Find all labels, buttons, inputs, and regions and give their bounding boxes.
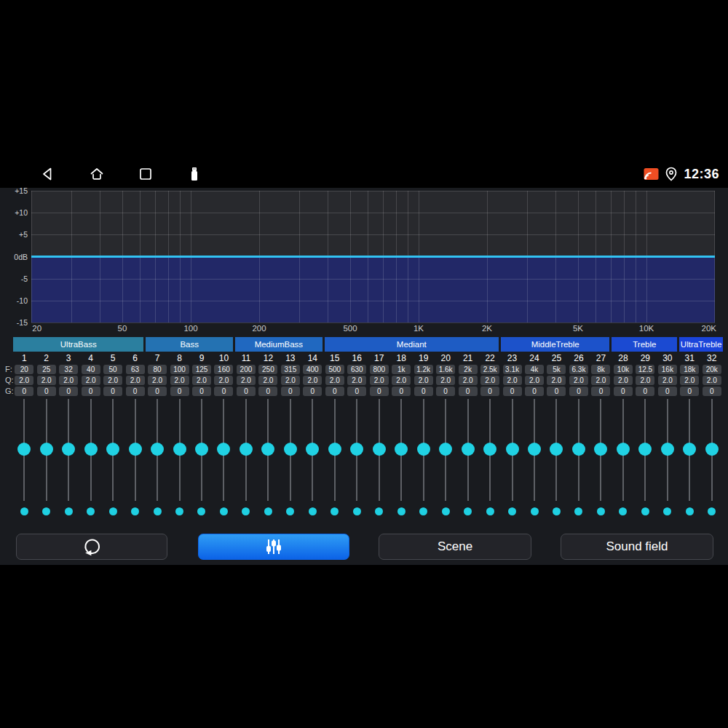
gain-slider[interactable] [568,397,590,502]
slider-knob[interactable] [62,443,75,456]
q-chip[interactable]: 2.0 [214,376,233,385]
gain-chip[interactable]: 0 [303,387,322,396]
frequency-chip[interactable]: 250 [258,365,277,374]
q-chip[interactable]: 2.0 [614,376,633,385]
slider-knob[interactable] [550,443,563,456]
frequency-chip[interactable]: 20 [15,365,33,374]
frequency-chip[interactable]: 630 [347,365,366,374]
q-chip[interactable]: 2.0 [680,376,699,385]
frequency-chip[interactable]: 800 [370,365,389,374]
gain-slider[interactable] [612,397,634,502]
slider-knob[interactable] [195,443,208,456]
q-chip[interactable]: 2.0 [392,376,411,385]
scene-button[interactable]: Scene [379,534,531,560]
slider-knob[interactable] [683,443,696,456]
q-chip[interactable]: 2.0 [281,376,300,385]
gain-slider[interactable] [390,397,412,502]
slider-knob[interactable] [284,443,297,456]
gain-slider[interactable] [301,397,323,502]
gain-chip[interactable]: 0 [347,387,366,396]
gain-slider[interactable] [501,397,523,502]
gain-chip[interactable]: 0 [370,387,389,396]
gain-slider[interactable] [324,397,346,502]
gain-chip[interactable]: 0 [37,387,56,396]
q-chip[interactable]: 2.0 [59,376,78,385]
slider-knob[interactable] [217,443,230,456]
gain-chip[interactable]: 0 [170,387,189,396]
slider-knob[interactable] [106,443,119,456]
gain-slider[interactable] [35,397,57,502]
q-chip[interactable]: 2.0 [703,376,721,385]
slider-knob[interactable] [638,443,652,456]
gain-slider[interactable] [701,397,723,502]
slider-knob[interactable] [17,443,31,456]
slider-knob[interactable] [483,443,496,456]
slider-knob[interactable] [306,443,319,456]
slider-knob[interactable] [173,443,186,456]
gain-chip[interactable]: 0 [148,387,167,396]
slider-knob[interactable] [594,443,607,456]
q-chip[interactable]: 2.0 [148,376,167,385]
gain-chip[interactable]: 0 [525,387,544,396]
gain-slider[interactable] [456,397,478,502]
slider-knob[interactable] [40,443,53,456]
gain-chip[interactable]: 0 [459,387,478,396]
gain-slider[interactable] [523,397,545,502]
slider-knob[interactable] [84,443,98,456]
q-chip[interactable]: 2.0 [325,376,344,385]
frequency-chip[interactable]: 16k [658,365,677,374]
gain-chip[interactable]: 0 [281,387,300,396]
slider-knob[interactable] [129,443,142,456]
frequency-chip[interactable]: 1k [392,365,411,374]
gain-slider[interactable] [412,397,434,502]
q-chip[interactable]: 2.0 [170,376,189,385]
gain-chip[interactable]: 0 [503,387,522,396]
frequency-chip[interactable]: 4k [525,365,544,374]
gain-chip[interactable]: 0 [636,387,654,396]
gain-chip[interactable]: 0 [237,387,256,396]
frequency-chip[interactable]: 315 [281,365,300,374]
q-chip[interactable]: 2.0 [370,376,389,385]
gain-slider[interactable] [102,397,124,502]
frequency-chip[interactable]: 63 [126,365,145,374]
gain-chip[interactable]: 0 [591,387,610,396]
gain-chip[interactable]: 0 [59,387,78,396]
frequency-chip[interactable]: 8k [591,365,610,374]
gain-chip[interactable]: 0 [480,387,499,396]
gain-chip[interactable]: 0 [126,387,145,396]
gain-slider[interactable] [368,397,390,502]
gain-slider[interactable] [634,397,656,502]
slider-knob[interactable] [350,443,363,456]
q-chip[interactable]: 2.0 [347,376,366,385]
gain-slider[interactable] [435,397,456,502]
gain-chip[interactable]: 0 [703,387,721,396]
gain-slider[interactable] [280,397,301,502]
gain-slider[interactable] [146,397,168,502]
gain-chip[interactable]: 0 [547,387,566,396]
gain-slider[interactable] [657,397,678,502]
slider-knob[interactable] [328,443,341,456]
frequency-chip[interactable]: 2.5k [480,365,499,374]
frequency-chip[interactable]: 80 [148,365,167,374]
slider-knob[interactable] [417,443,430,456]
frequency-chip[interactable]: 1.6k [436,365,455,374]
frequency-chip[interactable]: 500 [325,365,344,374]
frequency-chip[interactable]: 1.2k [414,365,433,374]
q-chip[interactable]: 2.0 [258,376,277,385]
gain-chip[interactable]: 0 [103,387,122,396]
slider-knob[interactable] [373,443,386,456]
gain-slider[interactable] [124,397,146,502]
frequency-chip[interactable]: 125 [192,365,211,374]
home-icon[interactable] [89,166,105,182]
gain-chip[interactable]: 0 [614,387,633,396]
gain-chip[interactable]: 0 [680,387,699,396]
q-chip[interactable]: 2.0 [547,376,566,385]
gain-chip[interactable]: 0 [436,387,455,396]
gain-slider[interactable] [213,397,234,502]
q-chip[interactable]: 2.0 [525,376,544,385]
recents-icon[interactable] [138,166,154,182]
gain-chip[interactable]: 0 [414,387,433,396]
slider-knob[interactable] [240,443,253,456]
gain-chip[interactable]: 0 [658,387,677,396]
slider-knob[interactable] [261,443,274,456]
